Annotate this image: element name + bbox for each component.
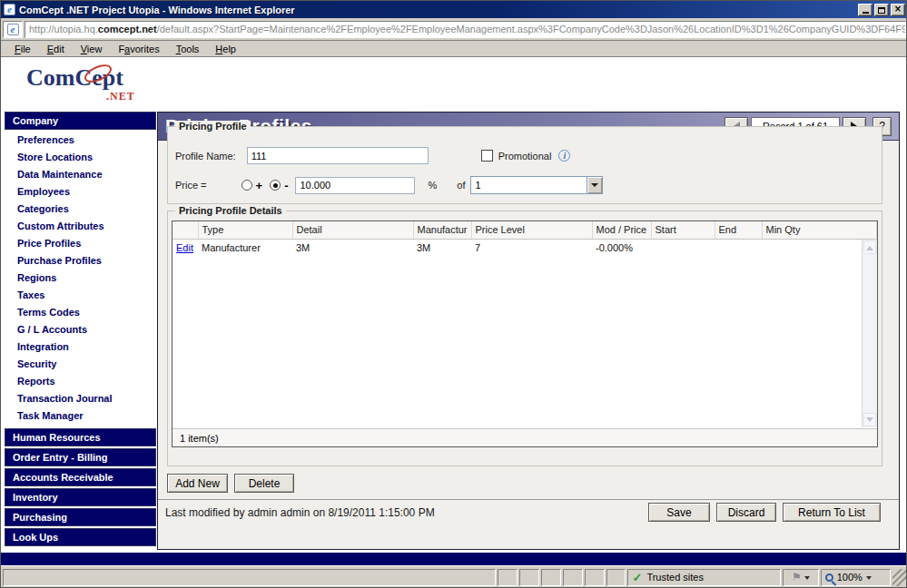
menu-edit[interactable]: Edit bbox=[39, 43, 73, 55]
sidebar-item-categories[interactable]: Categories bbox=[5, 200, 156, 217]
column-header-mod-price[interactable]: Mod / Price bbox=[592, 221, 651, 239]
status-cell bbox=[498, 569, 518, 586]
sidebar-section-accounts-receivable[interactable]: Accounts Receivable bbox=[5, 468, 156, 486]
item-count: 1 item(s) bbox=[173, 428, 877, 446]
zoom-level: 100% bbox=[837, 572, 863, 583]
maximize-icon bbox=[878, 7, 885, 14]
sidebar-item-data-maintenance[interactable]: Data Maintenance bbox=[5, 165, 156, 182]
cell-end bbox=[715, 239, 762, 257]
chevron-down-icon bbox=[866, 576, 872, 583]
label-fragment: dit bbox=[54, 44, 64, 54]
main-content: Pricing Profiles Record 1 of 61 ? Pricin… bbox=[157, 112, 900, 550]
sidebar-section-look-ups[interactable]: Look Ups bbox=[5, 528, 156, 546]
plus-label: + bbox=[256, 179, 263, 192]
sidebar-item-employees[interactable]: Employees bbox=[5, 182, 156, 200]
column-header-detail[interactable]: Detail bbox=[292, 221, 413, 239]
profile-name-label: Profile Name: bbox=[175, 151, 236, 162]
chevron-down-icon[interactable] bbox=[587, 177, 602, 193]
label-fragment: iew bbox=[87, 44, 103, 54]
return-to-list-button[interactable]: Return To List bbox=[783, 503, 881, 522]
column-header-price-level[interactable]: Price Level bbox=[471, 221, 592, 239]
add-new-button[interactable]: Add New bbox=[167, 474, 228, 493]
sidebar-section-inventory[interactable]: Inventory bbox=[5, 488, 156, 506]
sidebar-section-order-entry-billing[interactable]: Order Entry - Billing bbox=[5, 448, 156, 466]
sidebar-section-company[interactable]: Company bbox=[5, 112, 156, 130]
column-header-blank bbox=[173, 221, 198, 239]
logo-text: ComCept bbox=[26, 64, 123, 92]
price-percent-input[interactable]: 10.000 bbox=[295, 177, 415, 194]
status-bar: ✓ Trusted sites ⚑ 100% bbox=[1, 565, 907, 588]
scroll-up-button[interactable] bbox=[863, 240, 876, 254]
chevron-down-icon bbox=[804, 576, 810, 583]
cell-price-level: 7 bbox=[471, 239, 592, 257]
url-input[interactable]: http://utopia.hq.comcept.net/default.asp… bbox=[25, 21, 906, 38]
sidebar-item-gl-accounts[interactable]: G / L Accounts bbox=[5, 320, 156, 338]
sidebar-item-preferences[interactable]: Preferences bbox=[5, 131, 156, 148]
sidebar-item-transaction-journal[interactable]: Transaction Journal bbox=[5, 389, 156, 407]
label-fragment: vorites bbox=[130, 44, 159, 54]
discard-button[interactable]: Discard bbox=[716, 503, 776, 522]
column-header-end[interactable]: End bbox=[715, 221, 762, 239]
save-button[interactable]: Save bbox=[648, 503, 710, 522]
sidebar-item-regions[interactable]: Regions bbox=[5, 269, 156, 286]
menu-file[interactable]: File bbox=[6, 43, 39, 55]
maximize-button[interactable] bbox=[874, 4, 889, 16]
sidebar-nav: Company Preferences Store Locations Data… bbox=[5, 112, 156, 547]
minimize-icon bbox=[863, 6, 869, 14]
browser-window: e ComCept .NET Project Utopia - Windows … bbox=[0, 0, 907, 588]
sidebar-item-terms-codes[interactable]: Terms Codes bbox=[5, 303, 156, 320]
label-fragment: ile bbox=[21, 44, 31, 54]
label-fragment: pt bbox=[103, 64, 123, 91]
status-cell bbox=[541, 569, 561, 586]
column-header-start[interactable]: Start bbox=[651, 221, 715, 239]
column-header-manufacturer[interactable]: Manufactur bbox=[413, 221, 471, 239]
label-fragment: e bbox=[92, 64, 103, 92]
sidebar-bottom-sections: Human Resources Order Entry - Billing Ac… bbox=[5, 428, 156, 546]
sidebar-item-store-locations[interactable]: Store Locations bbox=[5, 148, 156, 165]
status-cell bbox=[606, 569, 626, 586]
column-header-min-qty[interactable]: Min Qty bbox=[762, 221, 877, 239]
sidebar-item-custom-attributes[interactable]: Custom Attributes bbox=[5, 217, 156, 234]
details-grid: Type Detail Manufactur Price Level Mod /… bbox=[172, 220, 878, 447]
delete-button[interactable]: Delete bbox=[234, 474, 294, 493]
minus-radio[interactable] bbox=[270, 180, 281, 191]
sidebar-item-purchase-profiles[interactable]: Purchase Profiles bbox=[5, 251, 156, 269]
status-cell bbox=[585, 569, 605, 586]
label-fragment: F bbox=[15, 44, 21, 54]
cell-start bbox=[651, 239, 715, 257]
sidebar-item-reports[interactable]: Reports bbox=[5, 372, 156, 389]
price-basis-dropdown[interactable]: 1 bbox=[470, 176, 603, 194]
label-fragment: ComC bbox=[26, 64, 92, 91]
profile-name-row: Profile Name: 111 Promotional i bbox=[175, 147, 874, 164]
plus-radio[interactable] bbox=[242, 180, 252, 191]
edit-link[interactable]: Edit bbox=[176, 242, 193, 253]
minimize-button[interactable] bbox=[858, 4, 872, 16]
resize-grip-icon[interactable] bbox=[892, 569, 906, 586]
sidebar-section-human-resources[interactable]: Human Resources bbox=[5, 428, 156, 446]
sidebar-section-purchasing[interactable]: Purchasing bbox=[5, 508, 156, 526]
scroll-down-button[interactable] bbox=[863, 413, 876, 426]
close-button[interactable]: × bbox=[891, 4, 905, 16]
url-fragment: /default.aspx?StartPage=Maintenance%2FEm… bbox=[157, 24, 906, 34]
label-fragment: E bbox=[47, 44, 54, 54]
sidebar-item-task-manager[interactable]: Task Manager bbox=[5, 407, 156, 424]
protected-mode-cell[interactable]: ⚑ bbox=[783, 569, 819, 586]
menu-tools[interactable]: Tools bbox=[168, 43, 208, 55]
info-icon[interactable]: i bbox=[558, 150, 570, 162]
details-table: Type Detail Manufactur Price Level Mod /… bbox=[173, 221, 877, 257]
magnifier-icon bbox=[825, 573, 833, 582]
menu-favorites[interactable]: Favorites bbox=[110, 43, 167, 55]
sidebar-item-taxes[interactable]: Taxes bbox=[5, 286, 156, 303]
vertical-scrollbar[interactable] bbox=[862, 240, 877, 427]
menu-help[interactable]: Help bbox=[207, 43, 244, 55]
sidebar-item-security[interactable]: Security bbox=[5, 355, 156, 372]
label-fragment: V bbox=[81, 44, 87, 54]
promotional-checkbox[interactable] bbox=[481, 150, 493, 162]
menu-view[interactable]: View bbox=[73, 43, 111, 55]
sidebar-item-price-profiles[interactable]: Price Profiles bbox=[5, 234, 156, 251]
window-controls: × bbox=[858, 4, 905, 16]
zoom-control[interactable]: 100% bbox=[821, 569, 891, 586]
sidebar-item-integration[interactable]: Integration bbox=[5, 338, 156, 355]
column-header-type[interactable]: Type bbox=[198, 221, 292, 239]
profile-name-input[interactable]: 111 bbox=[247, 147, 429, 164]
